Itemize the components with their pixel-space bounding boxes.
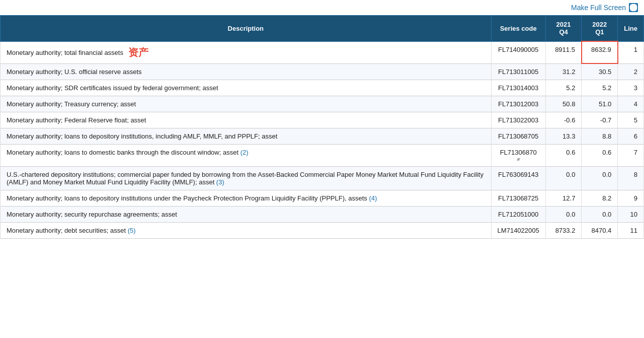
table-row: Monetary authority; security repurchase … — [1, 207, 644, 223]
cell-2021q4: 0.0 — [545, 167, 582, 190]
cell-description: Monetary authority; Treasury currency; a… — [1, 96, 492, 112]
header-line: Line — [618, 16, 644, 42]
cell-series-code: FL71306870≠ — [491, 145, 545, 167]
table-row: Monetary authority; loans to depository … — [1, 190, 644, 207]
cell-series-code: FL713011005 — [491, 63, 545, 80]
cell-description: Monetary authority; total financial asse… — [1, 41, 492, 63]
cell-2021q4: -0.6 — [545, 112, 582, 128]
cell-2021q4: 12.7 — [545, 190, 582, 207]
cell-series-code: FL713014003 — [491, 80, 545, 96]
note-link[interactable]: (3) — [214, 178, 224, 186]
cell-series-code: FL763069143 — [491, 167, 545, 190]
description-text: Monetary authority; loans to depository … — [7, 132, 277, 140]
cell-line: 4 — [618, 96, 644, 112]
table-row: Monetary authority; Treasury currency; a… — [1, 96, 644, 112]
cell-2021q4: 8911.5 — [545, 41, 582, 63]
description-text: Monetary authority; U.S. official reserv… — [7, 68, 142, 76]
cell-description: Monetary authority; loans to depository … — [1, 190, 492, 207]
cell-line: 11 — [618, 223, 644, 239]
cell-2022q1: 0.6 — [582, 145, 618, 167]
cell-line: 8 — [618, 167, 644, 190]
description-text: Monetary authority; Federal Reserve floa… — [7, 116, 146, 124]
cell-2022q1: 5.2 — [582, 80, 618, 96]
cell-series-code: FL714090005 — [491, 41, 545, 63]
table-row: Monetary authority; loans to depository … — [1, 128, 644, 145]
description-text: Monetary authority; SDR certificates iss… — [7, 84, 218, 92]
description-text: Monetary authority; loans to depository … — [7, 194, 367, 202]
cell-line: 3 — [618, 80, 644, 96]
cell-2022q1: 8.2 — [582, 190, 618, 207]
description-text: Monetary authority; debt securities; ass… — [7, 227, 126, 234]
cell-2022q1: 8632.9 — [582, 41, 618, 63]
table-row: Monetary authority; SDR certificates iss… — [1, 80, 644, 96]
table-row: Monetary authority; U.S. official reserv… — [1, 63, 644, 80]
cell-description: Monetary authority; debt securities; ass… — [1, 223, 492, 239]
chinese-annotation: 资产 — [128, 46, 148, 59]
cell-line: 2 — [618, 63, 644, 80]
top-bar: Make Full Screen — [0, 0, 644, 15]
cell-2021q4: 8733.2 — [545, 223, 582, 239]
cell-description: Monetary authority; U.S. official reserv… — [1, 63, 492, 80]
description-text: Monetary authority; security repurchase … — [7, 211, 177, 218]
svg-rect-0 — [629, 4, 637, 12]
cell-2021q4: 0.0 — [545, 207, 582, 223]
cell-2022q1: 30.5 — [582, 63, 618, 80]
description-text: Monetary authority; Treasury currency; a… — [7, 100, 136, 108]
description-text: Monetary authority; loans to domestic ba… — [7, 149, 238, 156]
table-row: Monetary authority; total financial asse… — [1, 41, 644, 63]
cell-2022q1: 0.0 — [582, 167, 618, 190]
cell-series-code: FL713068725 — [491, 190, 545, 207]
cell-2021q4: 0.6 — [545, 145, 582, 167]
fullscreen-icon — [629, 3, 638, 12]
cell-2022q1: 8.8 — [582, 128, 618, 145]
fullscreen-link[interactable]: Make Full Screen — [571, 3, 638, 12]
cell-description: Monetary authority; loans to domestic ba… — [1, 145, 492, 167]
cell-line: 10 — [618, 207, 644, 223]
description-text: Monetary authority; total financial asse… — [7, 49, 123, 56]
cell-2021q4: 31.2 — [545, 63, 582, 80]
description-text: U.S.-chartered depository institutions; … — [7, 171, 484, 186]
cell-description: Monetary authority; SDR certificates iss… — [1, 80, 492, 96]
cell-line: 9 — [618, 190, 644, 207]
note-link[interactable]: (2) — [238, 149, 249, 156]
cell-series-code: FL712051000 — [491, 207, 545, 223]
cell-line: 6 — [618, 128, 644, 145]
cell-2022q1: 0.0 — [582, 207, 618, 223]
cell-description: Monetary authority; Federal Reserve floa… — [1, 112, 492, 128]
header-series-code: Series code — [491, 16, 545, 42]
table-header-row: Description Series code 2021 Q4 2022 Q1 … — [1, 16, 644, 42]
header-description: Description — [1, 16, 492, 42]
cell-line: 7 — [618, 145, 644, 167]
cell-description: Monetary authority; security repurchase … — [1, 207, 492, 223]
note-link[interactable]: (4) — [367, 194, 377, 202]
data-table: Description Series code 2021 Q4 2022 Q1 … — [0, 15, 644, 239]
cell-series-code: FL713012003 — [491, 96, 545, 112]
cell-series-code: FL713022003 — [491, 112, 545, 128]
cell-description: Monetary authority; loans to depository … — [1, 128, 492, 145]
cell-series-code: FL713068705 — [491, 128, 545, 145]
cell-2021q4: 50.8 — [545, 96, 582, 112]
cell-2022q1: 8470.4 — [582, 223, 618, 239]
table-row: Monetary authority; debt securities; ass… — [1, 223, 644, 239]
cell-line: 1 — [618, 41, 644, 63]
cell-2021q4: 5.2 — [545, 80, 582, 96]
cell-series-code: LM714022005 — [491, 223, 545, 239]
table-row: Monetary authority; Federal Reserve floa… — [1, 112, 644, 128]
table-row: Monetary authority; loans to domestic ba… — [1, 145, 644, 167]
note-link[interactable]: (5) — [126, 227, 136, 234]
cell-line: 5 — [618, 112, 644, 128]
header-2021q4: 2021 Q4 — [545, 16, 582, 42]
table-row: U.S.-chartered depository institutions; … — [1, 167, 644, 190]
cell-2022q1: -0.7 — [582, 112, 618, 128]
cell-2021q4: 13.3 — [545, 128, 582, 145]
cell-2022q1: 51.0 — [582, 96, 618, 112]
fullscreen-label: Make Full Screen — [571, 4, 626, 12]
cell-description: U.S.-chartered depository institutions; … — [1, 167, 492, 190]
header-2022q1: 2022 Q1 — [582, 16, 618, 42]
